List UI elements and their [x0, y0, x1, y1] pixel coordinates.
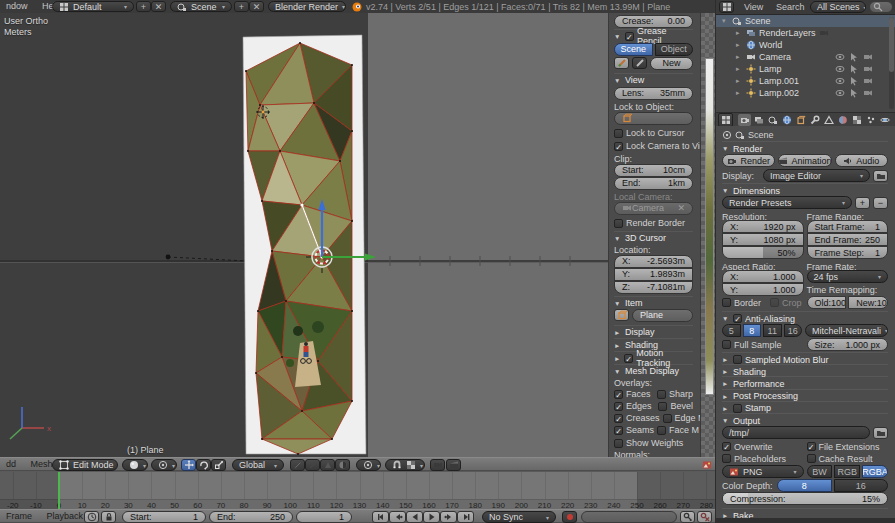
outliner-scrollbar[interactable]: [889, 17, 894, 109]
resolution-x-field[interactable]: X:1920 px: [722, 220, 804, 233]
grease-scene-tab[interactable]: Scene: [614, 43, 653, 56]
mode-selector[interactable]: Edit Mode▾: [52, 459, 118, 471]
frame-step-field[interactable]: Frame Step:1: [807, 246, 889, 259]
render-presets-selector[interactable]: Render Presets▾: [722, 196, 852, 209]
viewport-shading-selector[interactable]: ▾: [122, 459, 148, 471]
overlay-bevel-checkbox[interactable]: [658, 402, 667, 411]
tab-editor[interactable]: [718, 113, 733, 127]
opengl-render-anim-button[interactable]: [446, 459, 461, 471]
image-editor-strip[interactable]: [700, 13, 715, 457]
panel-item[interactable]: ▼Item: [614, 296, 693, 309]
select-mode-face-icon[interactable]: [320, 459, 335, 471]
outliner-search-input[interactable]: [869, 1, 893, 13]
color-depth-16[interactable]: 16: [834, 479, 889, 492]
display-mode-selector[interactable]: Image Editor▾: [763, 169, 870, 182]
jump-to-start-button[interactable]: [372, 511, 389, 523]
panel-display[interactable]: ►Display: [614, 325, 693, 338]
tab-renderlayers[interactable]: [752, 114, 765, 126]
compression-slider[interactable]: Compression:15%: [722, 492, 888, 505]
tab-material[interactable]: [836, 114, 849, 126]
item-name-field[interactable]: Plane: [632, 309, 693, 322]
scene-add-button[interactable]: +: [234, 1, 249, 12]
viewport-canvas[interactable]: x: [0, 13, 608, 457]
output-path-field[interactable]: /tmp/: [722, 426, 870, 439]
output-path-browse-icon[interactable]: [873, 427, 888, 439]
anim-record-icon[interactable]: [84, 511, 99, 523]
tab-world[interactable]: [780, 114, 793, 126]
snap-selector[interactable]: ▾: [385, 459, 425, 471]
tab-texture[interactable]: [850, 114, 863, 126]
visibility-icon[interactable]: [835, 88, 845, 98]
outliner-row-renderlayers[interactable]: ▸RenderLayers: [716, 27, 895, 39]
selectable-icon[interactable]: [849, 64, 859, 74]
cursor-x-field[interactable]: X:-2.5693m: [614, 255, 693, 268]
select-mode-occl-icon[interactable]: [335, 459, 350, 471]
play-reverse-button[interactable]: [406, 511, 423, 523]
image-editor-type-icon[interactable]: [702, 460, 712, 470]
file-extensions-checkbox[interactable]: [807, 442, 816, 451]
visibility-icon[interactable]: [835, 76, 845, 86]
panel-grease-pencil[interactable]: ▼ Grease Pencil: [614, 29, 693, 42]
outliner-menu-view[interactable]: View: [738, 1, 769, 14]
overlay-sharp-checkbox[interactable]: [657, 390, 666, 399]
aspect-y-field[interactable]: Y:1.000: [722, 283, 804, 296]
overwrite-checkbox[interactable]: [722, 442, 731, 451]
aa-samples-5[interactable]: 5: [722, 324, 741, 337]
scene-selector[interactable]: Scene▾: [170, 1, 232, 12]
opengl-render-button[interactable]: [430, 459, 445, 471]
outliner-scope-selector[interactable]: All Scenes▾: [810, 1, 866, 13]
channel-bw[interactable]: BW: [807, 465, 833, 478]
menu-add[interactable]: dd: [0, 458, 22, 471]
motion-tracking-checkbox[interactable]: [624, 354, 633, 363]
channel-rgba[interactable]: RGBA: [862, 465, 888, 478]
selectable-icon[interactable]: [849, 76, 859, 86]
breadcrumb-pin-icon[interactable]: [722, 130, 732, 140]
preset-remove-button[interactable]: −: [873, 197, 888, 209]
overlay-edge-m-checkbox[interactable]: [663, 414, 672, 423]
select-mode-vert-icon[interactable]: [290, 459, 305, 471]
visibility-icon[interactable]: [835, 64, 845, 74]
clip-end-field[interactable]: End:1km: [614, 177, 693, 190]
outliner-editor-type-icon[interactable]: [719, 1, 734, 13]
layout-close-button[interactable]: ✕: [151, 1, 166, 12]
fps-selector[interactable]: 24 fps▾: [807, 270, 889, 283]
render-engine-selector[interactable]: Blender Render▾: [268, 1, 346, 12]
panel-view[interactable]: ▼View: [614, 73, 693, 86]
lock-to-cursor-checkbox[interactable]: [614, 129, 623, 138]
placeholders-checkbox[interactable]: [722, 454, 731, 463]
render-button[interactable]: Render: [722, 154, 775, 167]
previous-keyframe-button[interactable]: [389, 511, 406, 523]
animation-button[interactable]: Animation: [778, 154, 831, 167]
cursor-z-field[interactable]: Z:-7.1081m: [614, 281, 693, 294]
selectable-icon[interactable]: [849, 52, 859, 62]
tab-particles[interactable]: [864, 114, 877, 126]
sampled-motion-blur-checkbox[interactable]: [733, 355, 742, 364]
overlay-edges-checkbox[interactable]: [614, 402, 623, 411]
select-mode-edge-icon[interactable]: [305, 459, 320, 471]
panel-3d-cursor[interactable]: ▼3D Cursor: [614, 231, 693, 244]
outliner-row-lamp.002[interactable]: ▸Lamp.002: [716, 87, 895, 99]
channel-rgb[interactable]: RGB: [834, 465, 860, 478]
resolution-y-field[interactable]: Y:1080 px: [722, 233, 804, 246]
cursor-y-field[interactable]: Y:1.9893m: [614, 268, 693, 281]
border-checkbox[interactable]: [722, 298, 731, 307]
grease-new-button[interactable]: New: [650, 57, 693, 70]
overlay-faces-checkbox[interactable]: [614, 390, 623, 399]
play-button[interactable]: [423, 511, 440, 523]
delete-keyframe-icon[interactable]: [697, 511, 712, 523]
selectable-icon[interactable]: [849, 88, 859, 98]
stamp-checkbox[interactable]: [733, 404, 742, 413]
orientation-selector[interactable]: Global▾: [232, 459, 284, 471]
current-frame-field[interactable]: 1: [296, 511, 352, 523]
outliner-row-lamp.001[interactable]: ▸Lamp.001: [716, 75, 895, 87]
end-frame-field[interactable]: End Frame:250: [807, 233, 889, 246]
tab-scene[interactable]: [766, 114, 779, 126]
layout-selector[interactable]: Default▾: [52, 1, 134, 12]
viewport-3d[interactable]: x User Ortho Meters (1) Plane: [0, 13, 608, 457]
aspect-x-field[interactable]: X:1.000: [722, 270, 804, 283]
draw-pencil-icon[interactable]: [614, 57, 629, 69]
full-sample-checkbox[interactable]: [722, 340, 731, 349]
display-new-window-icon[interactable]: [873, 170, 888, 182]
timeline-ruler[interactable]: -20-100102030405060708090100110120130140…: [0, 499, 715, 509]
visibility-icon[interactable]: [835, 52, 845, 62]
